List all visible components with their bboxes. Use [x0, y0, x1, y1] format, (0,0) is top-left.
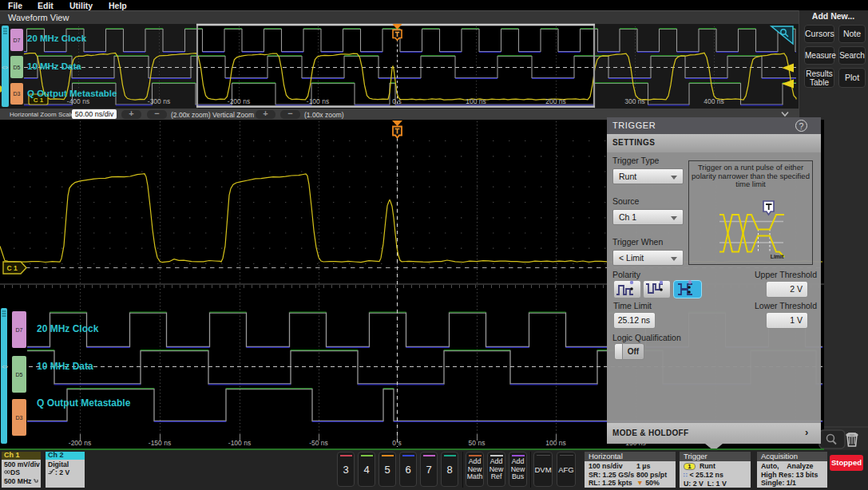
- svg-text:-50 ns: -50 ns: [309, 439, 328, 447]
- svg-text:100 ns: 100 ns: [545, 439, 566, 447]
- svg-text:-100 ns: -100 ns: [307, 97, 329, 105]
- svg-text:50 ns: 50 ns: [469, 439, 486, 447]
- svg-text:-400 ns: -400 ns: [67, 97, 89, 105]
- svg-text:100 ns: 100 ns: [466, 97, 486, 105]
- svg-text:200 ns: 200 ns: [545, 97, 566, 105]
- svg-text:-150 ns: -150 ns: [149, 439, 171, 447]
- svg-text:300 ns: 300 ns: [624, 97, 645, 105]
- svg-text:Limit: Limit: [771, 254, 784, 259]
- svg-text:-200 ns: -200 ns: [228, 97, 250, 105]
- svg-text:<>: <>: [2, 364, 8, 369]
- svg-text:-200 ns: -200 ns: [69, 439, 91, 447]
- svg-text:-300 ns: -300 ns: [148, 97, 170, 105]
- svg-text:<>: <>: [2, 65, 8, 70]
- svg-text:400 ns: 400 ns: [704, 97, 724, 105]
- svg-text:-100 ns: -100 ns: [228, 439, 251, 447]
- svg-text:C 1: C 1: [6, 264, 18, 272]
